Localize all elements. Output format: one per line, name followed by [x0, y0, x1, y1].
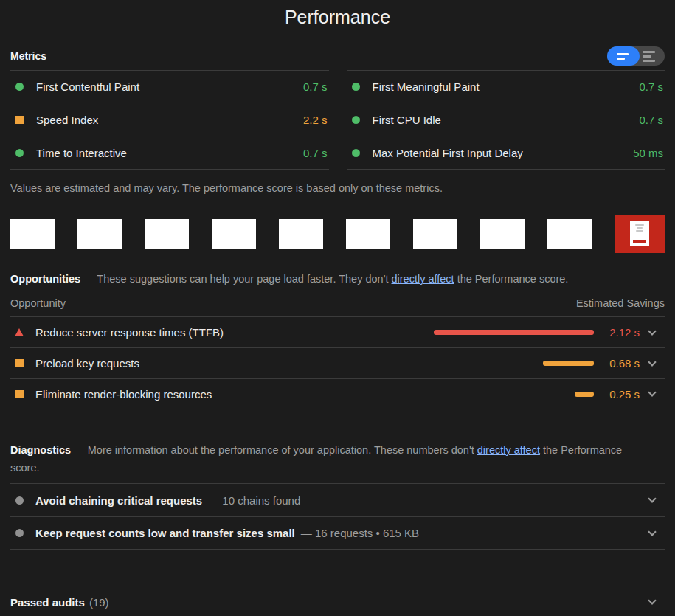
- metrics-disclaimer: Values are estimated and may vary. The p…: [10, 182, 665, 194]
- diagnostic-row-request-counts[interactable]: Keep request counts low and transfer siz…: [10, 516, 665, 550]
- metric-row: First Meaningful Paint 0.7 s: [347, 70, 665, 103]
- opportunity-label: Eliminate render-blocking resources: [35, 388, 212, 401]
- filmstrip-thumbnail: [10, 219, 55, 249]
- metric-label: First CPU Idle: [373, 114, 441, 126]
- filmstrip-thumbnail: [413, 219, 457, 249]
- average-square-icon: [15, 390, 24, 398]
- filmstrip-thumbnail: [547, 219, 592, 249]
- pass-circle-icon: [15, 149, 24, 157]
- metric-value: 0.7 s: [303, 80, 328, 93]
- pass-circle-icon: [352, 149, 360, 157]
- metrics-heading: Metrics: [10, 50, 46, 62]
- fail-triangle-icon: [15, 328, 24, 336]
- metric-value: 50 ms: [633, 147, 663, 159]
- informative-circle-icon: [15, 529, 24, 537]
- opportunities-heading: Opportunities — These suggestions can he…: [10, 273, 665, 285]
- diagnostic-label: Keep request counts low and transfer siz…: [35, 527, 295, 539]
- metric-row: First CPU Idle 0.7 s: [347, 103, 665, 136]
- dense-view-toggle-button[interactable]: [607, 46, 640, 66]
- col-opportunity: Opportunity: [10, 297, 66, 309]
- metrics-column-right: First Meaningful Paint 0.7 s First CPU I…: [347, 70, 665, 170]
- savings-value: 2.12 s: [601, 326, 640, 339]
- metric-row: Max Potential First Input Delay 50 ms: [347, 136, 665, 170]
- pass-circle-icon: [352, 116, 360, 124]
- metrics-grid: First Contentful Paint 0.7 s Speed Index…: [10, 70, 665, 170]
- average-square-icon: [15, 359, 24, 367]
- based-on-metrics-link[interactable]: based only on these metrics: [306, 182, 440, 194]
- pass-circle-icon: [15, 83, 24, 91]
- metric-value: 2.2 s: [303, 114, 328, 126]
- chevron-down-icon: [640, 601, 665, 603]
- chevron-down-icon: [640, 331, 665, 334]
- opportunity-label: Reduce server response times (TTFB): [35, 326, 224, 339]
- savings-bar: [543, 361, 594, 366]
- directly-affect-link[interactable]: directly affect: [391, 273, 454, 285]
- list-view-toggle-button[interactable]: [635, 46, 665, 66]
- passed-audits-header[interactable]: Passed audits (19): [10, 591, 665, 613]
- savings-value: 0.68 s: [601, 357, 640, 370]
- opportunities-column-headers: Opportunity Estimated Savings: [10, 297, 665, 316]
- filmstrip: [10, 214, 665, 254]
- list-view-icon: [643, 51, 655, 53]
- diagnostic-detail: — 10 chains found: [208, 494, 300, 507]
- chevron-down-icon: [640, 532, 665, 535]
- passed-audits-label: Passed audits: [10, 596, 85, 609]
- metrics-view-toggle: [607, 46, 665, 66]
- savings-bar: [575, 392, 594, 397]
- opportunity-row-render-blocking[interactable]: Eliminate render-blocking resources 0.25…: [10, 378, 665, 409]
- metrics-header: Metrics: [10, 46, 665, 66]
- metric-label: Max Potential First Input Delay: [373, 147, 523, 159]
- directly-affect-link[interactable]: directly affect: [477, 444, 540, 456]
- metric-value: 0.7 s: [639, 114, 663, 126]
- chevron-down-icon: [640, 499, 665, 502]
- diagnostic-row-critical-requests[interactable]: Avoid chaining critical requests — 10 ch…: [10, 483, 665, 516]
- page-title: Performance: [10, 0, 665, 28]
- savings-value: 0.25 s: [601, 388, 640, 401]
- pass-circle-icon: [352, 83, 360, 91]
- average-square-icon: [15, 116, 24, 124]
- filmstrip-thumbnail: [77, 219, 122, 249]
- metrics-column-left: First Contentful Paint 0.7 s Speed Index…: [10, 70, 329, 170]
- metric-row: First Contentful Paint 0.7 s: [10, 70, 329, 103]
- diagnostics-heading: Diagnostics — More information about the…: [10, 441, 637, 477]
- dense-view-icon: [617, 53, 629, 55]
- opportunity-row-ttfb[interactable]: Reduce server response times (TTFB) 2.12…: [10, 316, 665, 347]
- metric-label: Time to Interactive: [36, 147, 127, 159]
- informative-circle-icon: [15, 496, 24, 505]
- filmstrip-thumbnail: [145, 219, 189, 249]
- filmstrip-thumbnail-final: [615, 215, 665, 253]
- metric-row: Time to Interactive 0.7 s: [10, 136, 329, 170]
- metric-value: 0.7 s: [303, 147, 328, 159]
- mini-login-card: [630, 221, 649, 246]
- chevron-down-icon: [640, 392, 665, 395]
- metric-row: Speed Index 2.2 s: [10, 103, 329, 136]
- col-estimated-savings: Estimated Savings: [576, 297, 665, 309]
- diagnostic-detail: — 16 requests • 615 KB: [301, 527, 419, 539]
- filmstrip-thumbnail: [212, 219, 256, 249]
- metric-label: First Contentful Paint: [36, 80, 139, 93]
- opportunity-label: Preload key requests: [35, 357, 139, 370]
- chevron-down-icon: [640, 362, 665, 365]
- diagnostic-label: Avoid chaining critical requests: [35, 494, 202, 507]
- filmstrip-thumbnail: [346, 219, 390, 249]
- metric-label: Speed Index: [36, 114, 98, 126]
- opportunity-row-preload[interactable]: Preload key requests 0.68 s: [10, 347, 665, 378]
- metric-label: First Meaningful Paint: [373, 80, 480, 93]
- passed-audits-count: (19): [89, 596, 109, 609]
- filmstrip-thumbnail: [279, 219, 323, 249]
- diagnostics-list: Avoid chaining critical requests — 10 ch…: [10, 483, 665, 550]
- metric-value: 0.7 s: [639, 80, 663, 93]
- opportunities-list: Reduce server response times (TTFB) 2.12…: [10, 316, 665, 409]
- savings-bar: [434, 330, 594, 335]
- filmstrip-thumbnail: [480, 219, 525, 249]
